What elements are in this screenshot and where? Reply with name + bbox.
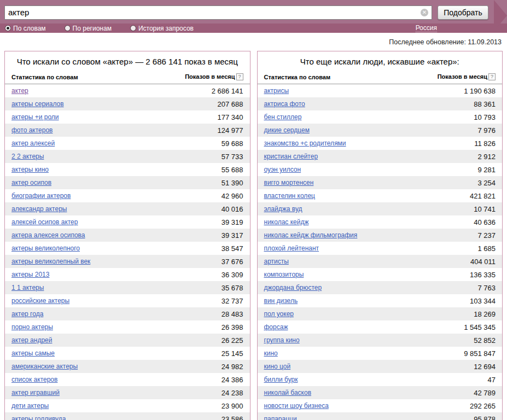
- keyword-link[interactable]: актеры сериалов: [11, 100, 64, 108]
- tab-query-history[interactable]: История запросов: [130, 25, 194, 32]
- keyword-link[interactable]: актер: [11, 87, 28, 95]
- column-header-impressions: Показов в месяц?: [143, 73, 249, 84]
- keyword-link[interactable]: актер игравший: [11, 389, 60, 396]
- column-header-impressions: Показов в месяц?: [404, 73, 502, 84]
- keyword-cell: актер игравший: [5, 386, 143, 399]
- keyword-cell: знакомство +с родителями: [258, 137, 404, 150]
- impressions-value: 1 545 345: [404, 320, 502, 334]
- impressions-value: 3 254: [404, 176, 502, 189]
- keyword-link[interactable]: дикие сердцем: [264, 126, 310, 134]
- table-row: список актеров24 386: [5, 373, 250, 386]
- keyword-link[interactable]: пол уокер: [264, 310, 294, 318]
- keyword-cell: актеры кино: [5, 163, 143, 176]
- keyword-link[interactable]: порно актеры: [11, 323, 53, 331]
- keyword-cell: властелин колец: [258, 189, 404, 202]
- impressions-value: 9 851 847: [404, 347, 502, 360]
- keyword-link[interactable]: властелин колец: [264, 192, 315, 200]
- radio-icon[interactable]: [130, 25, 136, 31]
- keyword-link[interactable]: актеры 2013: [11, 271, 49, 278]
- column-header-keyword: Статистика по словам: [5, 73, 143, 84]
- keyword-link[interactable]: актера алексея осипова: [11, 231, 85, 239]
- keyword-cell: николас кейдж: [258, 215, 404, 229]
- impressions-value: 47: [404, 373, 502, 386]
- table-row: алексей осипов актер39 319: [5, 215, 250, 229]
- keyword-link[interactable]: российские актеры: [11, 297, 69, 305]
- impressions-value: 36 309: [143, 268, 249, 281]
- keyword-link[interactable]: николас кейдж: [264, 218, 309, 226]
- search-input[interactable]: [4, 5, 432, 20]
- keyword-link[interactable]: композиторы: [264, 271, 304, 278]
- keyword-link[interactable]: группа кино: [264, 336, 300, 344]
- keyword-link[interactable]: актеры голливуда: [11, 415, 66, 420]
- keyword-link[interactable]: кино цой: [264, 363, 291, 370]
- keyword-cell: американские актеры: [5, 360, 143, 373]
- table-row: группа кино52 852: [258, 334, 503, 347]
- impressions-value: 9 281: [404, 163, 502, 176]
- column-header-keyword: Статистика по словам: [258, 73, 404, 84]
- keyword-link[interactable]: актер года: [11, 310, 43, 318]
- impressions-value: 32 737: [143, 294, 249, 307]
- left-stats-table: Статистика по словам Показов в месяц? ак…: [5, 73, 250, 420]
- keyword-link[interactable]: актер алексей: [11, 139, 55, 147]
- keyword-link[interactable]: американские актеры: [11, 363, 78, 370]
- keyword-link[interactable]: актеры великолепный век: [11, 258, 90, 265]
- impressions-value: 55 688: [143, 163, 249, 176]
- keyword-link[interactable]: билли бурк: [264, 376, 298, 383]
- keyword-link[interactable]: александр актеры: [11, 205, 67, 213]
- keyword-link[interactable]: джордана брюстер: [264, 284, 322, 291]
- tab-label: По регионам: [73, 25, 112, 32]
- clear-search-icon[interactable]: ✕: [421, 9, 428, 16]
- keyword-link[interactable]: алексей осипов актер: [11, 218, 78, 226]
- keyword-link[interactable]: знакомство +с родителями: [264, 139, 346, 147]
- impressions-value: 59 688: [143, 137, 249, 150]
- keyword-link[interactable]: актеры +и роли: [11, 113, 59, 121]
- keyword-link[interactable]: актер андрей: [11, 336, 52, 344]
- keyword-link[interactable]: актеры самые: [11, 349, 55, 357]
- keyword-link[interactable]: актеры кино: [11, 166, 49, 173]
- keyword-link[interactable]: список актеров: [11, 376, 57, 383]
- keyword-cell: вин дизель: [258, 294, 404, 307]
- keyword-link[interactable]: плохой лейтенант: [264, 244, 319, 252]
- keyword-link[interactable]: кристиан слейтер: [264, 153, 318, 160]
- table-row: кино цой12 694: [258, 360, 503, 373]
- keyword-link[interactable]: актриса фото: [264, 100, 305, 108]
- tab-by-words[interactable]: По словам: [5, 25, 46, 32]
- keyword-link[interactable]: николай басков: [264, 389, 312, 396]
- keyword-cell: актеры великолепный век: [5, 255, 143, 268]
- keyword-link[interactable]: элайджа вуд: [264, 205, 302, 213]
- keyword-link[interactable]: папарацци: [264, 415, 297, 420]
- keyword-link[interactable]: кино: [264, 349, 278, 357]
- keyword-cell: кристиан слейтер: [258, 150, 404, 163]
- keyword-link[interactable]: биографии актеров: [11, 192, 71, 200]
- region-selector-link[interactable]: Россия: [416, 25, 437, 32]
- help-icon[interactable]: ?: [236, 73, 243, 80]
- impressions-value: 12 694: [404, 360, 502, 373]
- keyword-link[interactable]: актеры великолепного: [11, 244, 80, 252]
- keyword-link[interactable]: артисты: [264, 258, 289, 265]
- impressions-value: 26 398: [143, 320, 249, 334]
- keyword-link[interactable]: николас кейдж фильмография: [264, 231, 358, 239]
- submit-button[interactable]: Подобрать: [438, 5, 488, 20]
- keyword-cell: дети актеры: [5, 399, 143, 412]
- table-row: актриса фото88 361: [258, 97, 503, 110]
- impressions-value: 95 878: [404, 412, 502, 420]
- radio-icon[interactable]: [65, 25, 71, 31]
- help-icon[interactable]: ?: [488, 73, 496, 80]
- keyword-link[interactable]: бен стиллер: [264, 113, 302, 121]
- keyword-link[interactable]: вин дизель: [264, 297, 298, 305]
- keyword-link[interactable]: новости шоу бизнеса: [264, 402, 329, 410]
- keyword-cell: актеры самые: [5, 347, 143, 360]
- radio-icon[interactable]: [5, 25, 11, 31]
- keyword-link[interactable]: форсаж: [264, 323, 288, 331]
- keyword-link[interactable]: актер осипов: [11, 179, 51, 186]
- keyword-link[interactable]: дети актеры: [11, 402, 49, 410]
- keyword-link[interactable]: вигго мортенсен: [264, 179, 314, 186]
- table-row: актрисы1 190 638: [258, 84, 503, 98]
- keyword-link[interactable]: оуэн уилсон: [264, 166, 301, 173]
- keyword-link[interactable]: фото актеров: [11, 126, 53, 134]
- keyword-link[interactable]: актрисы: [264, 87, 289, 95]
- tab-by-regions[interactable]: По регионам: [65, 25, 112, 32]
- keyword-link[interactable]: 1 1 актеры: [11, 284, 44, 291]
- keyword-link[interactable]: 2 2 актеры: [11, 153, 44, 160]
- keyword-cell: актеры великолепного: [5, 242, 143, 255]
